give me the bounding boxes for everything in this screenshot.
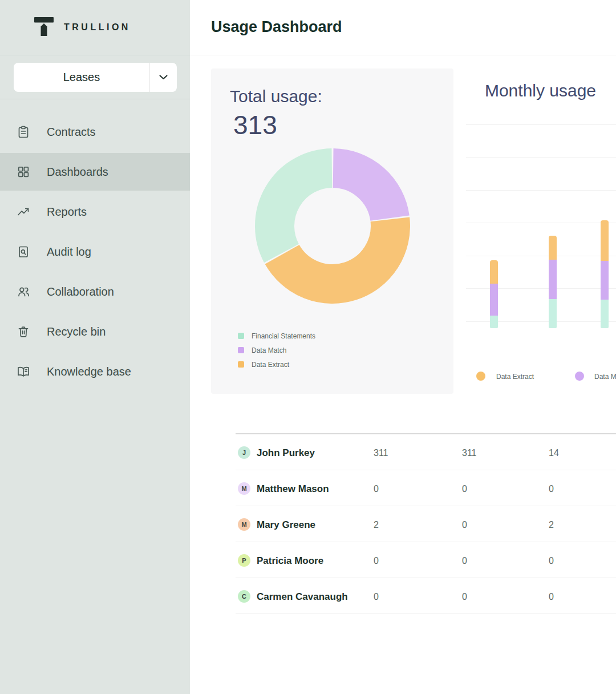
legend-swatch	[238, 361, 244, 368]
total-usage-label: Total usage:	[230, 87, 322, 106]
legend-label: Data Extract	[252, 361, 289, 369]
donut-segment	[275, 168, 332, 253]
usage-value: 0	[549, 556, 554, 566]
donut-segment	[282, 219, 391, 284]
document-search-icon	[17, 245, 30, 259]
table-row: J John Purkey 311 311 14	[236, 434, 616, 470]
usage-value: 0	[549, 592, 554, 602]
usage-value: 0	[549, 484, 554, 494]
bar-segment-data-extract	[490, 260, 498, 284]
gridline	[466, 256, 616, 256]
legend-dot	[575, 372, 584, 381]
total-usage-value: 313	[233, 110, 277, 140]
avatar: M	[238, 518, 250, 531]
bar-segment-financial-statements	[549, 299, 557, 328]
usage-value: 311	[374, 448, 388, 458]
logo-row: TRULLION	[0, 0, 190, 55]
usage-value: 0	[462, 520, 467, 530]
gridline	[466, 190, 616, 191]
donut-segment	[333, 168, 390, 219]
stacked-bar	[549, 236, 557, 328]
usage-value: 0	[462, 592, 467, 602]
trullion-logo-icon	[34, 17, 54, 37]
user-name: Carmen Cavanaugh	[257, 591, 348, 603]
gridline	[466, 321, 616, 322]
usage-value: 0	[374, 592, 379, 602]
brand-name: TRULLION	[64, 22, 131, 33]
legend-label: Data Extract	[496, 373, 534, 381]
gridline	[466, 288, 616, 289]
sidebar-item-collaboration[interactable]: Collaboration	[0, 273, 190, 310]
avatar: C	[238, 590, 250, 603]
usage-value: 2	[374, 520, 379, 530]
legend-swatch	[238, 333, 244, 339]
avatar: P	[238, 554, 250, 567]
table-row: M Matthew Mason 0 0 0	[236, 470, 616, 506]
table-row: M Mary Greene 2 0 2	[236, 506, 616, 542]
sidebar-item-contracts[interactable]: Contracts	[0, 113, 190, 151]
table-row: C Carmen Cavanaugh 0 0 0	[236, 578, 616, 614]
sidebar-item-audit-log[interactable]: Audit log	[0, 233, 190, 271]
user-name: John Purkey	[257, 447, 315, 459]
sidebar-item-recycle-bin[interactable]: Recycle bin	[0, 313, 190, 350]
trend-chart-icon	[17, 205, 30, 219]
usage-donut-chart	[255, 148, 410, 304]
usage-value: 2	[549, 520, 554, 530]
sidebar-item-label: Contracts	[47, 126, 96, 139]
sidebar-item-label: Recycle bin	[47, 325, 106, 338]
book-icon	[17, 365, 30, 378]
monthly-legend: Data Extract Data Match	[465, 368, 616, 385]
bar-segment-data-match	[490, 284, 498, 316]
legend-item-financial-statements: Financial Statements	[238, 329, 315, 343]
people-icon	[17, 285, 30, 298]
bar-segment-data-match	[549, 260, 557, 299]
sidebar-item-label: Collaboration	[47, 285, 114, 298]
gridline	[466, 223, 616, 223]
sidebar-item-knowledge-base[interactable]: Knowledge base	[0, 353, 190, 390]
bar-segment-data-extract	[601, 220, 609, 261]
sidebar-item-label: Dashboards	[47, 166, 108, 179]
total-usage-card: Total usage: 313 Financial Statements Da…	[211, 68, 453, 394]
legend-item-data-extract: Data Extract	[238, 357, 315, 372]
user-usage-table: J John Purkey 311 311 14 M Matthew Mason…	[236, 433, 616, 614]
sidebar-item-label: Reports	[47, 205, 87, 219]
legend-label: Data Match	[594, 373, 616, 381]
user-name: Mary Greene	[257, 519, 315, 531]
usage-value: 0	[462, 556, 467, 566]
donut-legend: Financial Statements Data Match Data Ext…	[238, 329, 315, 372]
avatar: J	[238, 446, 250, 459]
bar-segment-data-extract	[549, 236, 557, 260]
main-area: Usage Dashboard Total usage: 313 Financi…	[190, 0, 616, 694]
sidebar-item-dashboards[interactable]: Dashboards	[0, 153, 190, 191]
avatar: M	[238, 482, 250, 495]
chevron-down-icon	[150, 63, 177, 92]
module-selector[interactable]: Leases	[14, 63, 177, 92]
page-header: Usage Dashboard	[190, 0, 616, 55]
legend-item-data-match: Data Match	[238, 343, 315, 357]
module-selector-row: Leases	[0, 56, 190, 99]
page-title: Usage Dashboard	[211, 18, 342, 36]
usage-value: 0	[462, 484, 467, 494]
sidebar-item-reports[interactable]: Reports	[0, 193, 190, 231]
table-row: P Patricia Moore 0 0 0	[236, 542, 616, 578]
bar-segment-financial-statements	[490, 316, 498, 328]
user-name: Matthew Mason	[257, 483, 329, 495]
usage-value: 14	[549, 448, 559, 458]
legend-swatch	[238, 347, 244, 353]
usage-value: 0	[374, 484, 379, 494]
gridline	[466, 124, 616, 125]
stacked-bar	[490, 260, 498, 328]
sidebar-item-label: Audit log	[47, 245, 91, 259]
sidebar-item-label: Knowledge base	[47, 365, 131, 378]
user-name: Patricia Moore	[257, 555, 323, 567]
bar-segment-financial-statements	[601, 300, 609, 328]
legend-label: Financial Statements	[252, 332, 315, 340]
module-selector-value[interactable]: Leases	[14, 63, 150, 92]
stacked-bar	[601, 220, 609, 328]
usage-value: 0	[374, 556, 379, 566]
usage-value: 311	[462, 448, 477, 458]
legend-label: Data Match	[252, 346, 286, 354]
gridline	[466, 157, 616, 158]
sidebar-nav: Contracts Dashboards Reports Audit log	[0, 113, 190, 393]
grid-icon	[17, 165, 30, 179]
